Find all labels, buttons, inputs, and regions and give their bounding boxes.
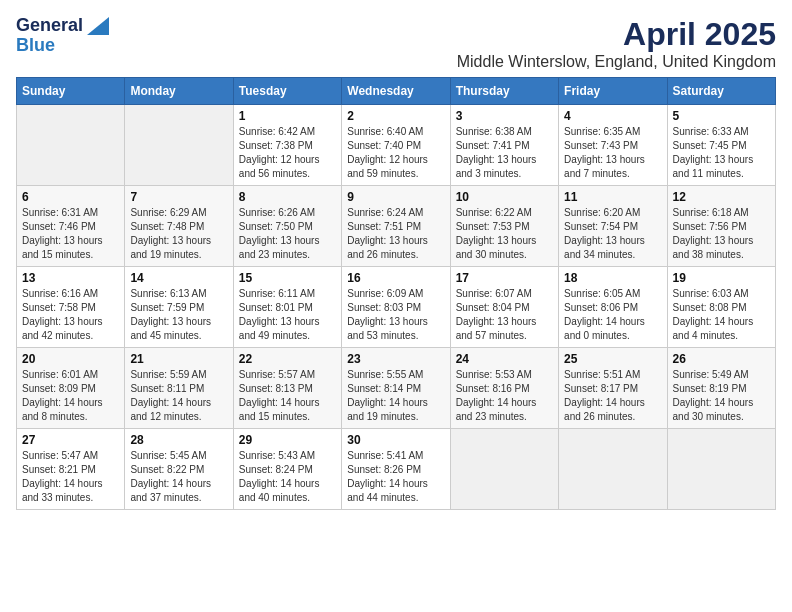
table-row: 3Sunrise: 6:38 AMSunset: 7:41 PMDaylight… <box>450 105 558 186</box>
table-row: 12Sunrise: 6:18 AMSunset: 7:56 PMDayligh… <box>667 186 775 267</box>
cell-info: Sunrise: 6:20 AMSunset: 7:54 PMDaylight:… <box>564 206 661 262</box>
table-row: 5Sunrise: 6:33 AMSunset: 7:45 PMDaylight… <box>667 105 775 186</box>
cell-info: Sunrise: 5:57 AMSunset: 8:13 PMDaylight:… <box>239 368 336 424</box>
cell-info: Sunrise: 5:53 AMSunset: 8:16 PMDaylight:… <box>456 368 553 424</box>
cell-info: Sunrise: 5:51 AMSunset: 8:17 PMDaylight:… <box>564 368 661 424</box>
table-row: 9Sunrise: 6:24 AMSunset: 7:51 PMDaylight… <box>342 186 450 267</box>
table-row: 2Sunrise: 6:40 AMSunset: 7:40 PMDaylight… <box>342 105 450 186</box>
table-row: 20Sunrise: 6:01 AMSunset: 8:09 PMDayligh… <box>17 348 125 429</box>
cell-day-number: 29 <box>239 433 336 447</box>
cell-day-number: 30 <box>347 433 444 447</box>
cell-info: Sunrise: 6:42 AMSunset: 7:38 PMDaylight:… <box>239 125 336 181</box>
table-row: 7Sunrise: 6:29 AMSunset: 7:48 PMDaylight… <box>125 186 233 267</box>
col-friday: Friday <box>559 78 667 105</box>
table-row: 16Sunrise: 6:09 AMSunset: 8:03 PMDayligh… <box>342 267 450 348</box>
svg-marker-0 <box>87 17 109 35</box>
cell-info: Sunrise: 6:40 AMSunset: 7:40 PMDaylight:… <box>347 125 444 181</box>
table-row: 28Sunrise: 5:45 AMSunset: 8:22 PMDayligh… <box>125 429 233 510</box>
logo-general-text: General <box>16 16 83 36</box>
cell-day-number: 13 <box>22 271 119 285</box>
table-row <box>559 429 667 510</box>
cell-info: Sunrise: 5:45 AMSunset: 8:22 PMDaylight:… <box>130 449 227 505</box>
cell-info: Sunrise: 6:31 AMSunset: 7:46 PMDaylight:… <box>22 206 119 262</box>
col-monday: Monday <box>125 78 233 105</box>
cell-day-number: 14 <box>130 271 227 285</box>
table-row: 27Sunrise: 5:47 AMSunset: 8:21 PMDayligh… <box>17 429 125 510</box>
cell-day-number: 28 <box>130 433 227 447</box>
table-row: 14Sunrise: 6:13 AMSunset: 7:59 PMDayligh… <box>125 267 233 348</box>
cell-info: Sunrise: 6:35 AMSunset: 7:43 PMDaylight:… <box>564 125 661 181</box>
title-area: April 2025 Middle Winterslow, England, U… <box>457 16 776 71</box>
calendar-week-row: 1Sunrise: 6:42 AMSunset: 7:38 PMDaylight… <box>17 105 776 186</box>
cell-day-number: 20 <box>22 352 119 366</box>
table-row <box>125 105 233 186</box>
cell-day-number: 17 <box>456 271 553 285</box>
cell-day-number: 9 <box>347 190 444 204</box>
cell-day-number: 26 <box>673 352 770 366</box>
table-row: 6Sunrise: 6:31 AMSunset: 7:46 PMDaylight… <box>17 186 125 267</box>
cell-info: Sunrise: 6:26 AMSunset: 7:50 PMDaylight:… <box>239 206 336 262</box>
cell-info: Sunrise: 6:18 AMSunset: 7:56 PMDaylight:… <box>673 206 770 262</box>
col-tuesday: Tuesday <box>233 78 341 105</box>
cell-info: Sunrise: 6:13 AMSunset: 7:59 PMDaylight:… <box>130 287 227 343</box>
cell-info: Sunrise: 5:43 AMSunset: 8:24 PMDaylight:… <box>239 449 336 505</box>
calendar-table: Sunday Monday Tuesday Wednesday Thursday… <box>16 77 776 510</box>
cell-day-number: 3 <box>456 109 553 123</box>
table-row: 24Sunrise: 5:53 AMSunset: 8:16 PMDayligh… <box>450 348 558 429</box>
cell-day-number: 24 <box>456 352 553 366</box>
cell-info: Sunrise: 6:07 AMSunset: 8:04 PMDaylight:… <box>456 287 553 343</box>
logo-blue-text: Blue <box>16 36 55 56</box>
cell-day-number: 4 <box>564 109 661 123</box>
cell-info: Sunrise: 5:41 AMSunset: 8:26 PMDaylight:… <box>347 449 444 505</box>
calendar-subtitle: Middle Winterslow, England, United Kingd… <box>457 53 776 71</box>
col-saturday: Saturday <box>667 78 775 105</box>
cell-info: Sunrise: 6:38 AMSunset: 7:41 PMDaylight:… <box>456 125 553 181</box>
cell-info: Sunrise: 6:11 AMSunset: 8:01 PMDaylight:… <box>239 287 336 343</box>
cell-day-number: 16 <box>347 271 444 285</box>
cell-day-number: 25 <box>564 352 661 366</box>
table-row: 18Sunrise: 6:05 AMSunset: 8:06 PMDayligh… <box>559 267 667 348</box>
table-row <box>450 429 558 510</box>
calendar-week-row: 27Sunrise: 5:47 AMSunset: 8:21 PMDayligh… <box>17 429 776 510</box>
cell-info: Sunrise: 6:22 AMSunset: 7:53 PMDaylight:… <box>456 206 553 262</box>
cell-info: Sunrise: 5:49 AMSunset: 8:19 PMDaylight:… <box>673 368 770 424</box>
cell-day-number: 15 <box>239 271 336 285</box>
logo-icon <box>87 17 109 35</box>
cell-info: Sunrise: 6:33 AMSunset: 7:45 PMDaylight:… <box>673 125 770 181</box>
cell-info: Sunrise: 6:05 AMSunset: 8:06 PMDaylight:… <box>564 287 661 343</box>
cell-day-number: 22 <box>239 352 336 366</box>
calendar-title: April 2025 <box>457 16 776 53</box>
cell-day-number: 7 <box>130 190 227 204</box>
cell-info: Sunrise: 5:55 AMSunset: 8:14 PMDaylight:… <box>347 368 444 424</box>
cell-day-number: 21 <box>130 352 227 366</box>
cell-day-number: 6 <box>22 190 119 204</box>
table-row: 8Sunrise: 6:26 AMSunset: 7:50 PMDaylight… <box>233 186 341 267</box>
cell-info: Sunrise: 5:59 AMSunset: 8:11 PMDaylight:… <box>130 368 227 424</box>
logo: General Blue <box>16 16 109 56</box>
cell-day-number: 18 <box>564 271 661 285</box>
table-row: 11Sunrise: 6:20 AMSunset: 7:54 PMDayligh… <box>559 186 667 267</box>
calendar-week-row: 13Sunrise: 6:16 AMSunset: 7:58 PMDayligh… <box>17 267 776 348</box>
table-row: 17Sunrise: 6:07 AMSunset: 8:04 PMDayligh… <box>450 267 558 348</box>
cell-info: Sunrise: 6:16 AMSunset: 7:58 PMDaylight:… <box>22 287 119 343</box>
table-row: 23Sunrise: 5:55 AMSunset: 8:14 PMDayligh… <box>342 348 450 429</box>
cell-day-number: 27 <box>22 433 119 447</box>
cell-day-number: 2 <box>347 109 444 123</box>
cell-day-number: 1 <box>239 109 336 123</box>
table-row: 19Sunrise: 6:03 AMSunset: 8:08 PMDayligh… <box>667 267 775 348</box>
calendar-week-row: 6Sunrise: 6:31 AMSunset: 7:46 PMDaylight… <box>17 186 776 267</box>
table-row <box>17 105 125 186</box>
table-row: 22Sunrise: 5:57 AMSunset: 8:13 PMDayligh… <box>233 348 341 429</box>
cell-day-number: 19 <box>673 271 770 285</box>
cell-day-number: 12 <box>673 190 770 204</box>
table-row: 13Sunrise: 6:16 AMSunset: 7:58 PMDayligh… <box>17 267 125 348</box>
cell-day-number: 5 <box>673 109 770 123</box>
table-row: 1Sunrise: 6:42 AMSunset: 7:38 PMDaylight… <box>233 105 341 186</box>
cell-day-number: 23 <box>347 352 444 366</box>
table-row <box>667 429 775 510</box>
col-sunday: Sunday <box>17 78 125 105</box>
table-row: 29Sunrise: 5:43 AMSunset: 8:24 PMDayligh… <box>233 429 341 510</box>
table-row: 21Sunrise: 5:59 AMSunset: 8:11 PMDayligh… <box>125 348 233 429</box>
table-row: 30Sunrise: 5:41 AMSunset: 8:26 PMDayligh… <box>342 429 450 510</box>
table-row: 26Sunrise: 5:49 AMSunset: 8:19 PMDayligh… <box>667 348 775 429</box>
